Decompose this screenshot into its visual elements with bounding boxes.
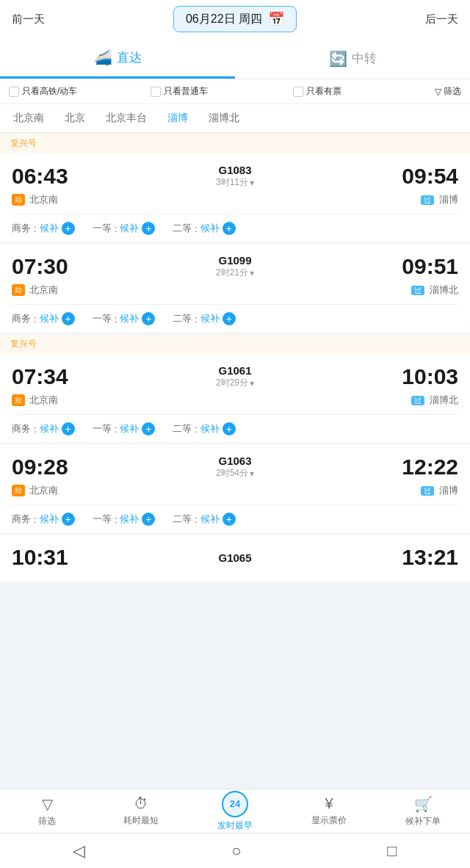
add-btn-3-0[interactable]: + bbox=[62, 513, 75, 526]
train-number-3: G1063 bbox=[218, 455, 251, 467]
station-tabs: 北京南 北京 北京丰台 淄博 淄博北 bbox=[0, 104, 470, 134]
filter-available[interactable]: 只看有票 bbox=[293, 85, 435, 98]
checkbox-normal bbox=[151, 87, 161, 97]
train-duration-1: 2时21分 ▾ bbox=[216, 267, 254, 279]
train-number-1: G1099 bbox=[218, 254, 251, 267]
origin-badge-3: 始 北京南 bbox=[12, 484, 58, 497]
departure-time-4: 10:31 bbox=[12, 545, 85, 570]
train-number-2: G1061 bbox=[218, 364, 251, 377]
origin-station-2: 北京南 bbox=[29, 394, 58, 407]
sub-row-1: 始 北京南 过 淄博北 bbox=[12, 283, 458, 297]
add-btn-3-2[interactable]: + bbox=[223, 513, 236, 526]
filter-available-label: 只看有票 bbox=[306, 85, 341, 98]
filter-screen-button[interactable]: ▽ 筛选 bbox=[435, 85, 461, 98]
add-btn-2-2[interactable]: + bbox=[223, 422, 236, 435]
filter-nav-icon: ▽ bbox=[42, 795, 53, 813]
nav-filter[interactable]: ▽ 筛选 bbox=[0, 789, 94, 833]
calendar-icon[interactable]: 📅 bbox=[268, 11, 284, 27]
station-tab-beijing-south[interactable]: 北京南 bbox=[3, 104, 54, 134]
origin-station-3: 北京南 bbox=[29, 484, 58, 497]
station-tab-zibo[interactable]: 淄博 bbox=[157, 104, 198, 134]
filter-normal-label: 只看普通车 bbox=[164, 85, 208, 98]
station-tab-zibo-north[interactable]: 淄博北 bbox=[198, 104, 250, 134]
add-btn-1-2[interactable]: + bbox=[223, 312, 236, 325]
seat-item-0-1: 一等: 候补 + bbox=[93, 222, 156, 235]
add-btn-0-0[interactable]: + bbox=[62, 222, 75, 235]
add-btn-0-2[interactable]: + bbox=[223, 222, 236, 235]
station-tab-beijing-fengtai[interactable]: 北京丰台 bbox=[95, 104, 157, 134]
arrival-station-1: 过 淄博北 bbox=[411, 283, 458, 297]
arrival-time-1: 09:51 bbox=[385, 254, 458, 279]
tab-transfer-label: 中转 bbox=[352, 50, 377, 67]
tab-transfer[interactable]: 🔄 中转 bbox=[235, 38, 470, 79]
divider-3 bbox=[12, 504, 458, 505]
nav-shortest[interactable]: ⏱ 耗时最短 bbox=[94, 789, 188, 833]
nav-earliest[interactable]: 24 发时最早 bbox=[188, 789, 282, 833]
add-btn-2-0[interactable]: + bbox=[62, 422, 75, 435]
checkbox-available bbox=[293, 87, 303, 97]
transfer-icon: 🔄 bbox=[329, 50, 347, 68]
filter-normal[interactable]: 只看普通车 bbox=[151, 85, 292, 98]
add-btn-3-1[interactable]: + bbox=[142, 513, 155, 526]
sub-row-3: 始 北京南 过 淄博 bbox=[12, 484, 458, 497]
add-btn-1-1[interactable]: + bbox=[142, 312, 155, 325]
seat-row-0: 商务: 候补 + 一等: 候补 + 二等: 候补 + bbox=[12, 222, 458, 235]
train-row-2: 07:34 G1061 2时29分 ▾ 10:03 bbox=[12, 364, 458, 389]
train-card-2[interactable]: 07:34 G1061 2时29分 ▾ 10:03 始 北京南 过 淄博北 bbox=[0, 354, 470, 443]
departure-time-0: 06:43 bbox=[12, 164, 85, 189]
seat-item-1-2: 二等: 候补 + bbox=[173, 312, 236, 325]
add-btn-0-1[interactable]: + bbox=[142, 222, 155, 235]
main-tabs: 🚄 直达 🔄 中转 bbox=[0, 38, 470, 79]
origin-station-0: 北京南 bbox=[29, 193, 58, 206]
nav-price[interactable]: ¥ 显示票价 bbox=[282, 789, 376, 833]
train-middle-3: G1063 2时54分 ▾ bbox=[85, 455, 385, 480]
prev-day-button[interactable]: 前一天 bbox=[12, 12, 45, 26]
seat-row-3: 商务: 候补 + 一等: 候补 + 二等: 候补 + bbox=[12, 513, 458, 526]
date-display[interactable]: 06月22日 周四 📅 bbox=[173, 6, 297, 32]
seat-item-3-2: 二等: 候补 + bbox=[173, 513, 236, 526]
nav-waitlist[interactable]: 🛒 候补下单 bbox=[376, 789, 470, 833]
tab-direct[interactable]: 🚄 直达 bbox=[0, 38, 235, 79]
origin-type-badge-0: 始 bbox=[12, 194, 25, 206]
origin-badge-0: 始 北京南 bbox=[12, 193, 58, 206]
train-row-1: 07:30 G1099 2时21分 ▾ 09:51 bbox=[12, 254, 458, 279]
train-number-4: G1065 bbox=[218, 551, 251, 564]
phone-nav-bar: ◁ ○ □ bbox=[0, 833, 470, 868]
arrival-time-0: 09:54 bbox=[385, 164, 458, 189]
phone-back-button[interactable]: ◁ bbox=[73, 842, 85, 861]
nav-filter-label: 筛选 bbox=[38, 815, 56, 828]
phone-square-button[interactable]: □ bbox=[387, 842, 397, 861]
seat-item-0-2: 二等: 候补 + bbox=[173, 222, 236, 235]
nav-shortest-label: 耗时最短 bbox=[123, 814, 159, 827]
origin-badge-2: 始 北京南 bbox=[12, 394, 58, 407]
seat-item-2-0: 商务: 候补 + bbox=[12, 422, 75, 435]
add-btn-2-1[interactable]: + bbox=[142, 422, 155, 435]
train-row-3: 09:28 G1063 2时54分 ▾ 12:22 bbox=[12, 455, 458, 480]
divider-2 bbox=[12, 414, 458, 415]
section-label-2: 复兴号 bbox=[0, 334, 470, 354]
train-list: 复兴号 06:43 G1083 3时11分 ▾ 09:54 始 北京南 过 淄博 bbox=[0, 134, 470, 634]
origin-type-badge-1: 始 bbox=[12, 284, 25, 296]
train-card-4[interactable]: 10:31 G1065 13:21 bbox=[0, 535, 470, 582]
phone-home-button[interactable]: ○ bbox=[231, 842, 241, 861]
nav-waitlist-label: 候补下单 bbox=[405, 815, 441, 828]
header: 前一天 06月22日 周四 📅 后一天 bbox=[0, 0, 470, 38]
train-middle-0: G1083 3时11分 ▾ bbox=[85, 164, 385, 189]
train-duration-3: 2时54分 ▾ bbox=[216, 467, 254, 480]
next-day-button[interactable]: 后一天 bbox=[425, 12, 458, 26]
filter-bar: 只看高铁/动车 只看普通车 只看有票 ▽ 筛选 bbox=[0, 79, 470, 104]
train-card-1[interactable]: 07:30 G1099 2时21分 ▾ 09:51 始 北京南 过 淄博北 bbox=[0, 244, 470, 333]
section-label-0: 复兴号 bbox=[0, 134, 470, 153]
origin-station-1: 北京南 bbox=[29, 283, 58, 297]
sub-row-0: 始 北京南 过 淄博 bbox=[12, 193, 458, 206]
arrival-station-2: 过 淄博北 bbox=[411, 394, 458, 407]
train-card-0[interactable]: 06:43 G1083 3时11分 ▾ 09:54 始 北京南 过 淄博 bbox=[0, 153, 470, 242]
station-tab-beijing[interactable]: 北京 bbox=[54, 104, 95, 134]
filter-highspeed[interactable]: 只看高铁/动车 bbox=[9, 85, 151, 98]
seat-row-1: 商务: 候补 + 一等: 候补 + 二等: 候补 + bbox=[12, 312, 458, 325]
add-btn-1-0[interactable]: + bbox=[62, 312, 75, 325]
train-icon: 🚄 bbox=[94, 48, 112, 66]
train-duration-2: 2时29分 ▾ bbox=[216, 377, 254, 389]
filter-highspeed-label: 只看高铁/动车 bbox=[22, 85, 77, 98]
train-card-3[interactable]: 09:28 G1063 2时54分 ▾ 12:22 始 北京南 过 淄博 bbox=[0, 444, 470, 533]
